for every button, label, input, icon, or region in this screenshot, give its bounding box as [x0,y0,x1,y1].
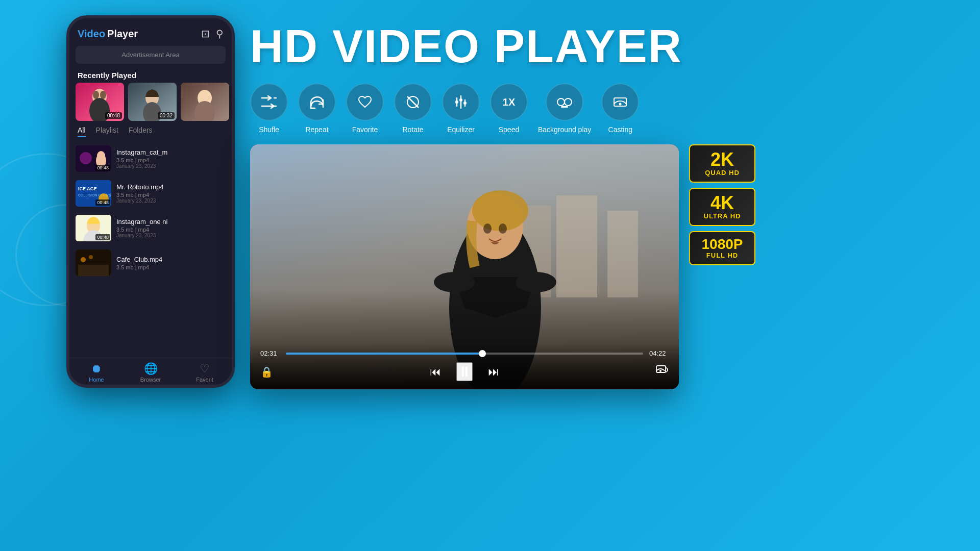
favorite-heart-icon [346,83,384,121]
thumb-item-2[interactable]: 00:32 [128,83,177,121]
feature-favorite[interactable]: Favorite [346,83,384,134]
controls-row: 🔒 ⏮ ⏸ ⏭ [260,362,669,381]
file-info-2: Mr. Roboto.mp4 3.5 mb | mp4 January 23, … [116,183,226,204]
svg-point-4 [100,91,106,99]
quality-2k: 2K QUAD HD [689,144,755,183]
svg-rect-23 [78,265,109,276]
quality-4k: 4K ULTRA HD [689,188,755,226]
file-date-3: January 23, 2023 [116,233,226,238]
quality-4k-number: 4K [700,194,744,212]
feature-rotate[interactable]: Rotate [394,83,432,134]
equalizer-label: Equilizer [447,125,475,134]
thumb-duration-2: 00:32 [158,112,175,119]
svg-point-3 [93,91,99,99]
quality-1080p-label: FULL HD [700,252,744,259]
app-title: Video Player [78,28,138,40]
total-time: 04:22 [649,349,669,357]
phone-header: Video Player ⊡ ⚲ [69,18,232,44]
repeat-label: Repeat [305,125,328,134]
header-icons: ⊡ ⚲ [201,28,224,40]
feature-casting[interactable]: Casting [601,83,639,134]
feature-speed[interactable]: 1X Speed [490,83,528,134]
tabs-row: All Playlist Folders [69,121,232,139]
quality-2k-number: 2K [700,151,744,169]
tab-all[interactable]: All [78,126,86,137]
quality-2k-label: QUAD HD [700,169,744,177]
title-player: Player [107,28,138,40]
search-icon[interactable]: ⚲ [216,28,224,40]
cast-control-icon[interactable] [655,364,669,380]
quality-4k-label: ULTRA HD [700,212,744,220]
background-label: Background play [538,125,591,134]
tab-playlist[interactable]: Playlist [96,126,118,137]
prev-button[interactable]: ⏮ [430,365,441,379]
file-item-4[interactable]: Cafe_Club.mp4 3.5 mb | mp4 [69,245,232,280]
video-controls: 02:31 04:22 🔒 ⏮ ⏸ ⏭ [250,343,679,389]
cast-icon[interactable]: ⊡ [201,28,210,40]
quality-1080p-number: 1080P [700,237,744,252]
home-icon: ⏺ [91,362,102,375]
quality-badges: 2K QUAD HD 4K ULTRA HD 1080P FULL HD [689,144,755,265]
progress-bar-container: 02:31 04:22 [260,349,669,357]
file-name-4: Cafe_Club.mp4 [116,256,203,263]
progress-fill [286,353,482,355]
casting-icon [601,83,639,121]
feature-equalizer[interactable]: Equilizer [442,83,480,134]
file-list: 00:48 Instagram_cat_m 3.5 mb | mp4 Janua… [69,139,232,358]
file-info-1: Instagram_cat_m 3.5 mb | mp4 January 23,… [116,148,226,169]
svg-text:ICE AGE: ICE AGE [78,186,97,191]
tab-folders[interactable]: Folders [129,126,153,137]
phone-screen: Video Player ⊡ ⚲ Advertisement Area Rece… [69,18,232,385]
quality-1080p: 1080P FULL HD [689,231,755,265]
file-thumb-1: 00:48 [76,145,111,172]
nav-favorite[interactable]: ♡ Favorit [178,362,232,383]
next-button[interactable]: ⏭ [488,365,499,379]
phone-mockup: Video Player ⊡ ⚲ Advertisement Area Rece… [66,15,235,388]
file-item-1[interactable]: 00:48 Instagram_cat_m 3.5 mb | mp4 Janua… [69,141,232,176]
video-area: 02:31 04:22 🔒 ⏮ ⏸ ⏭ [250,144,980,389]
file-info-4: Cafe_Club.mp4 3.5 mb | mp4 [116,256,226,270]
file-meta-2: 3.5 mb | mp4 [116,192,226,198]
file-date-1: January 23, 2023 [116,163,226,169]
file-name-3: Instagram_one ni [116,218,203,226]
title-video: Video [78,28,105,40]
video-player[interactable]: 02:31 04:22 🔒 ⏮ ⏸ ⏭ [250,144,679,389]
progress-thumb [479,350,486,357]
lock-icon[interactable]: 🔒 [260,366,273,378]
file-thumb-4 [76,249,111,276]
nav-browser-label: Browser [140,377,161,383]
nav-home-label: Home [89,377,104,383]
progress-track[interactable] [286,353,643,355]
pause-button[interactable]: ⏸ [456,362,473,381]
favorite-icon: ♡ [200,362,210,375]
file-item-2[interactable]: ICE AGE COLLISION COURSE 00:48 Mr. Robot… [69,176,232,211]
nav-home[interactable]: ⏺ Home [69,362,124,383]
feature-background[interactable]: Background play [538,83,591,134]
favorite-label: Favorite [352,125,378,134]
background-play-icon [546,83,583,121]
nav-favorite-label: Favorit [196,377,213,383]
file-item-3[interactable]: 00:48 Instagram_one ni 3.5 mb | mp4 Janu… [69,211,232,245]
file-meta-3: 3.5 mb | mp4 [116,227,226,233]
main-title: HD VIDEO PLAYER [250,0,980,83]
file-duration-3: 00:48 [95,234,110,240]
feature-shuffle[interactable]: Shufle [250,83,288,134]
svg-point-34 [557,98,565,106]
file-date-2: January 23, 2023 [116,198,226,204]
file-info-3: Instagram_one ni 3.5 mb | mp4 January 23… [116,218,226,238]
svg-point-31 [455,101,458,104]
file-duration-2: 00:48 [95,199,110,206]
shuffle-icon [250,83,288,121]
svg-point-25 [89,255,93,259]
thumb-item-1[interactable]: 00:48 [76,83,124,121]
svg-point-24 [81,257,86,262]
thumb-item-3[interactable] [181,83,229,121]
nav-browser[interactable]: 🌐 Browser [124,362,178,383]
svg-point-32 [459,98,462,102]
file-duration-1: 00:48 [95,165,110,171]
feature-repeat[interactable]: Repeat [298,83,336,134]
shuffle-label: Shufle [259,125,279,134]
file-meta-1: 3.5 mb | mp4 [116,157,226,163]
bottom-nav: ⏺ Home 🌐 Browser ♡ Favorit [69,358,232,385]
file-meta-4: 3.5 mb | mp4 [116,264,226,270]
